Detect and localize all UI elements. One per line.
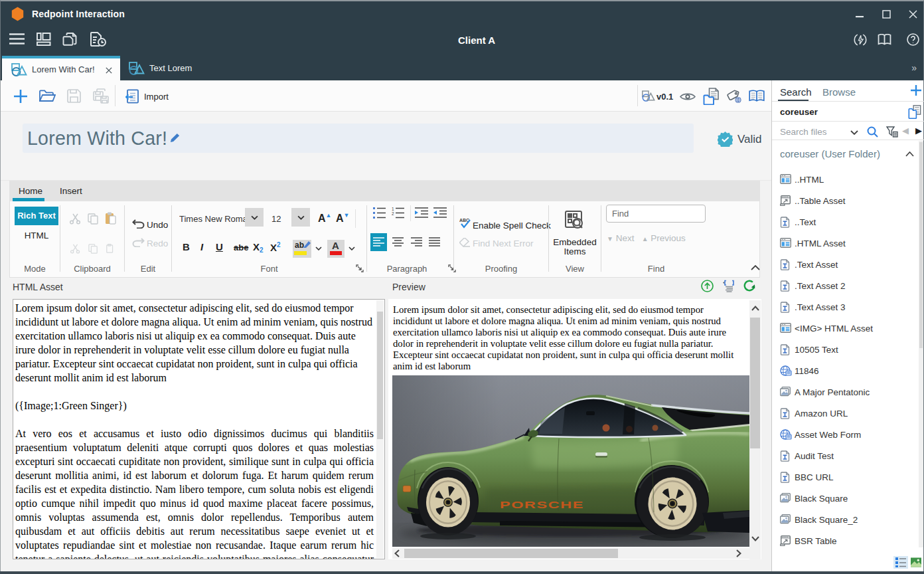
svg-text:2: 2 xyxy=(392,211,394,216)
svg-text:PORSCHE: PORSCHE xyxy=(500,499,584,510)
svg-text:1: 1 xyxy=(392,207,394,211)
